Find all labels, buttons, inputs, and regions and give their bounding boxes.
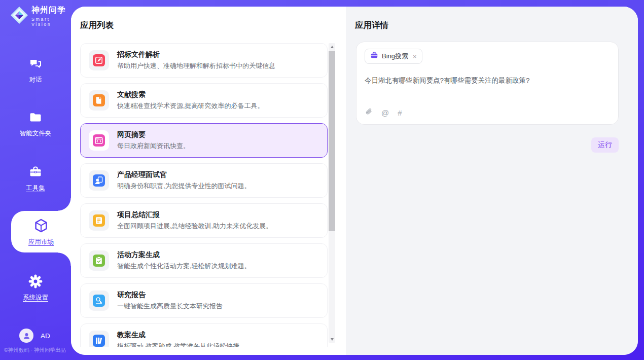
tool-tag-bing-search[interactable]: Bing搜索 × bbox=[365, 49, 422, 64]
app-list: 招标文件解析 帮助用户快速、准确地理解和解析招标书中的关键信息 bbox=[80, 43, 328, 347]
prompt-input-card[interactable]: Bing搜索 × 今日湖北有哪些新闻要点?有哪些需要关注的最新政策? @ # bbox=[356, 42, 619, 125]
app-desc: 帮助用户快速、准确地理解和解析招标书中的关键信息 bbox=[117, 61, 275, 70]
scrollbar-thumb[interactable] bbox=[329, 51, 335, 231]
sidebar-item-app-market[interactable]: 应用市场 bbox=[11, 211, 71, 252]
app-card-event-plan[interactable]: 活动方案生成 智能生成个性化活动方案,轻松解决规划难题。 bbox=[80, 243, 328, 278]
chat-icon bbox=[28, 57, 43, 73]
app-desc: 一键智能生成高质量长文本研究报告 bbox=[117, 302, 223, 311]
brand-logo: 神州问学 Smart Vision bbox=[10, 5, 71, 27]
cube-icon bbox=[33, 218, 49, 236]
app-desc: 智能生成个性化活动方案,轻松解决规划难题。 bbox=[117, 262, 251, 271]
app-card-lesson-plan[interactable]: 教案生成 模板驱动,教案秒成,教学准备从此轻松快捷 bbox=[80, 323, 328, 347]
diamond-logo-icon bbox=[10, 6, 28, 26]
scroll-up-arrow[interactable] bbox=[329, 43, 335, 50]
sidebar-item-smart-folder[interactable]: 智能文件夹 bbox=[0, 111, 71, 138]
app-name: 教案生成 bbox=[117, 331, 239, 340]
app-card-bid-analysis[interactable]: 招标文件解析 帮助用户快速、准确地理解和解析招标书中的关键信息 bbox=[80, 43, 328, 78]
sidebar: 神州问学 Smart Vision 对话 智能文件夹 bbox=[0, 0, 71, 360]
sidebar-item-label: 系统设置 bbox=[23, 294, 48, 302]
close-icon[interactable]: × bbox=[413, 53, 417, 60]
app-shell: 神州问学 Smart Vision 对话 智能文件夹 bbox=[0, 0, 644, 360]
app-name: 文献搜索 bbox=[117, 90, 264, 99]
attachment-icon[interactable] bbox=[365, 107, 373, 118]
microscope-icon bbox=[89, 291, 109, 311]
clipboard-check-icon bbox=[89, 250, 109, 271]
avatar bbox=[19, 329, 33, 343]
books-icon bbox=[89, 331, 109, 347]
interviewer-icon bbox=[89, 170, 109, 191]
app-name: 网页摘要 bbox=[117, 130, 190, 139]
sidebar-item-chat[interactable]: 对话 bbox=[0, 57, 71, 84]
document-edit-icon bbox=[89, 50, 109, 70]
app-list-title: 应用列表 bbox=[80, 20, 114, 31]
brand-tagline: Smart Vision bbox=[31, 17, 71, 27]
app-card-project-summary[interactable]: 项目总结汇报 全面回顾项目进展,总结经验教训,助力未来优化发展。 bbox=[80, 203, 328, 238]
hashtag-icon[interactable]: # bbox=[398, 109, 402, 117]
app-desc: 模板驱动,教案秒成,教学准备从此轻松快捷 bbox=[117, 342, 239, 347]
gear-icon bbox=[28, 274, 43, 291]
brand-text: 神州问学 Smart Vision bbox=[31, 5, 71, 27]
app-detail-title: 应用详情 bbox=[355, 20, 388, 31]
scroll-down-arrow[interactable] bbox=[329, 336, 335, 343]
run-button[interactable]: 运行 bbox=[591, 137, 619, 153]
toolbox-icon bbox=[28, 165, 43, 182]
app-desc: 全面回顾项目进展,总结经验教训,助力未来优化发展。 bbox=[117, 222, 272, 231]
app-card-literature-search[interactable]: 文献搜索 快速精准查找学术资源,提高研究效率的必备工具。 bbox=[80, 83, 328, 118]
app-name: 研究报告 bbox=[117, 291, 223, 300]
app-list-scrollbar[interactable] bbox=[329, 43, 335, 343]
app-list-panel: 应用列表 招标文件解析 帮助用户快速、准确地理解和解析招标书中的关键信 bbox=[71, 7, 346, 355]
app-desc: 每日政府新闻资讯快查。 bbox=[117, 141, 190, 151]
app-desc: 快速精准查找学术资源,提高研究效率的必备工具。 bbox=[117, 101, 264, 111]
sidebar-item-settings[interactable]: 系统设置 bbox=[0, 274, 71, 302]
app-detail-panel: 应用详情 Bing搜索 × 今日湖北有哪些新闻要点?有哪些需要关注的最新政策? bbox=[346, 7, 638, 355]
app-name: 项目总结汇报 bbox=[117, 210, 272, 220]
book-icon bbox=[89, 90, 109, 111]
composer-toolbar: @ # bbox=[365, 107, 402, 118]
web-code-icon bbox=[89, 130, 109, 151]
sidebar-item-label: 应用市场 bbox=[28, 238, 54, 246]
app-card-web-summary[interactable]: 网页摘要 每日政府新闻资讯快查。 bbox=[80, 123, 328, 158]
folder-icon bbox=[28, 111, 43, 127]
user-name: AD bbox=[41, 332, 50, 340]
tool-tag-label: Bing搜索 bbox=[382, 52, 408, 61]
user-account[interactable]: AD bbox=[19, 329, 50, 343]
main-panel: 应用列表 招标文件解析 帮助用户快速、准确地理解和解析招标书中的关键信 bbox=[71, 7, 638, 355]
notepad-icon bbox=[89, 210, 109, 231]
app-card-pm-interviewer[interactable]: 产品经理面试官 明确身份和职责,为您提供专业性的面试问题。 bbox=[80, 163, 328, 198]
query-input[interactable]: 今日湖北有哪些新闻要点?有哪些需要关注的最新政策? bbox=[365, 76, 610, 86]
sidebar-item-toolkit[interactable]: 工具集 bbox=[0, 165, 71, 193]
app-name: 产品经理面试官 bbox=[117, 170, 251, 179]
brand-name: 神州问学 bbox=[31, 5, 71, 16]
sidebar-item-label: 对话 bbox=[29, 76, 42, 84]
app-card-research-report[interactable]: 研究报告 一键智能生成高质量长文本研究报告 bbox=[80, 283, 328, 318]
mention-icon[interactable]: @ bbox=[381, 109, 389, 117]
app-name: 招标文件解析 bbox=[117, 50, 275, 59]
briefcase-icon bbox=[370, 51, 378, 61]
sidebar-item-label: 工具集 bbox=[26, 184, 45, 193]
copyright-footer: ©神州数码 · 神州问学出品 bbox=[4, 347, 66, 354]
app-name: 活动方案生成 bbox=[117, 250, 251, 260]
sidebar-item-label: 智能文件夹 bbox=[20, 129, 52, 138]
app-desc: 明确身份和职责,为您提供专业性的面试问题。 bbox=[117, 182, 251, 191]
